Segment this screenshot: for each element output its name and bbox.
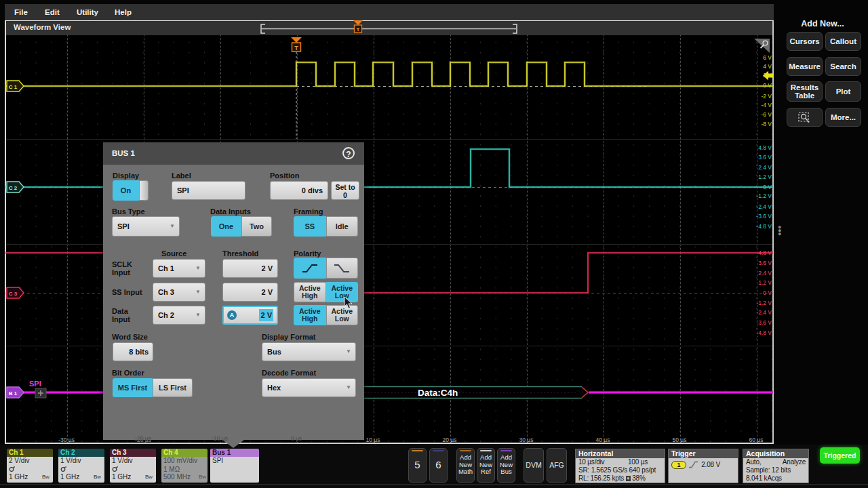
svg-text:C 2: C 2 <box>9 185 18 191</box>
svg-text:T: T <box>357 26 360 33</box>
svg-text:C 1: C 1 <box>9 84 18 90</box>
svg-text:SPI: SPI <box>29 380 41 388</box>
svg-text:T: T <box>294 45 298 52</box>
svg-text:B 1: B 1 <box>9 390 18 396</box>
svg-text:Data:C4h: Data:C4h <box>418 388 458 398</box>
svg-text:C 3: C 3 <box>9 291 18 297</box>
